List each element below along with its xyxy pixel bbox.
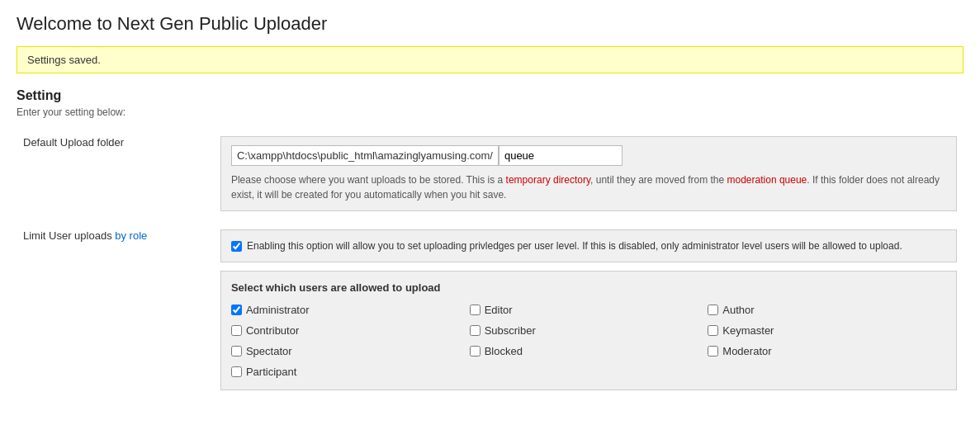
role-author-label: Author <box>722 304 754 316</box>
folder-text-input[interactable] <box>499 145 623 166</box>
role-contributor: Contributor <box>231 323 470 338</box>
temp-dir-link[interactable]: temporary directory <box>506 174 590 186</box>
folder-label: Default Upload folder <box>23 136 124 149</box>
role-administrator: Administrator <box>231 302 470 318</box>
folder-field-row: C:\xampp\htdocs\public_html\amazinglyamu… <box>231 145 946 166</box>
folder-description: Please choose where you want uploads to … <box>231 172 946 202</box>
settings-notice: Settings saved. <box>17 46 963 73</box>
folder-input-box: C:\xampp\htdocs\public_html\amazinglyamu… <box>220 136 957 211</box>
roles-title: Select which users are allowed to upload <box>231 281 946 294</box>
role-author-checkbox[interactable] <box>708 305 718 315</box>
role-contributor-checkbox[interactable] <box>231 325 242 336</box>
role-editor: Editor <box>470 302 708 318</box>
role-keymaster: Keymaster <box>708 323 946 338</box>
limit-uploads-checkbox-row: Enabling this option will allow you to s… <box>231 238 946 253</box>
role-spectator-checkbox[interactable] <box>231 346 242 357</box>
role-moderator: Moderator <box>708 343 946 359</box>
role-subscriber-label: Subscriber <box>485 324 536 337</box>
role-moderator-label: Moderator <box>722 345 771 357</box>
by-role-link[interactable]: by role <box>115 229 147 242</box>
role-blocked-label: Blocked <box>485 345 523 357</box>
settings-table: Default Upload folder C:\xampp\htdocs\pu… <box>17 131 963 395</box>
role-blocked: Blocked <box>470 343 708 359</box>
role-participant-checkbox[interactable] <box>231 366 242 377</box>
roles-box: Select which users are allowed to upload… <box>220 271 957 390</box>
role-spectator: Spectator <box>231 343 470 359</box>
role-contributor-label: Contributor <box>246 324 299 337</box>
role-author: Author <box>708 302 946 318</box>
role-keymaster-label: Keymaster <box>722 324 774 337</box>
section-title: Setting <box>17 88 963 103</box>
limit-uploads-checkbox[interactable] <box>231 241 242 252</box>
limit-uploads-description: Enabling this option will allow you to s… <box>247 238 902 253</box>
role-participant: Participant <box>231 364 470 380</box>
role-blocked-checkbox[interactable] <box>470 346 481 357</box>
role-administrator-checkbox[interactable] <box>231 305 242 315</box>
mod-queue-link[interactable]: moderation queue <box>727 174 807 186</box>
role-spectator-label: Spectator <box>246 345 292 357</box>
limit-uploads-label: Limit User uploads by role <box>23 229 147 242</box>
notice-text: Settings saved. <box>27 54 101 66</box>
section-subtitle: Enter your setting below: <box>17 106 963 118</box>
role-subscriber-checkbox[interactable] <box>470 325 481 336</box>
role-administrator-label: Administrator <box>246 304 310 316</box>
limit-uploads-box: Enabling this option will allow you to s… <box>220 229 957 262</box>
role-keymaster-checkbox[interactable] <box>708 325 718 336</box>
folder-prefix: C:\xampp\htdocs\public_html\amazinglyamu… <box>231 145 499 166</box>
role-editor-label: Editor <box>485 304 513 316</box>
role-moderator-checkbox[interactable] <box>708 346 718 357</box>
page-title: Welcome to Next Gen Public Uploader <box>17 13 963 35</box>
limit-uploads-row: Limit User uploads by role Enabling this… <box>17 224 963 395</box>
role-editor-checkbox[interactable] <box>470 305 481 315</box>
role-participant-label: Participant <box>246 366 296 378</box>
role-subscriber: Subscriber <box>470 323 708 338</box>
folder-row: Default Upload folder C:\xampp\htdocs\pu… <box>17 131 963 224</box>
roles-grid: Administrator Editor Author Contri <box>231 302 946 380</box>
